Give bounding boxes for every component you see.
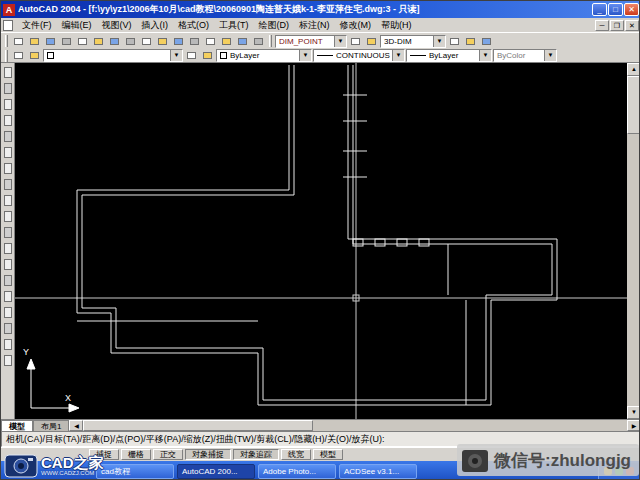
autocad-app-icon: A [3,4,15,16]
drawing-area[interactable]: Y X [15,63,627,419]
print-icon[interactable] [59,35,74,48]
toolbar-grip[interactable] [5,35,8,47]
spell-icon[interactable] [91,35,106,48]
status-toggle[interactable]: 对象捕捉 [185,449,231,460]
status-toggle[interactable]: 栅格 [121,449,151,460]
horizontal-scroll-thumb[interactable] [83,420,313,431]
rectangle-icon[interactable] [2,129,14,144]
redo-icon[interactable] [187,35,202,48]
menu-modify[interactable]: 修改(M) [335,18,377,33]
insert-block-icon[interactable] [2,241,14,256]
spline-icon[interactable] [2,193,14,208]
layer-dropdown[interactable]: ▼ [43,49,183,62]
zoom-window-icon[interactable] [235,35,250,48]
circle-icon[interactable] [2,161,14,176]
construction-line-icon[interactable] [2,81,14,96]
ellipse-arc-icon[interactable] [2,225,14,240]
menu-file[interactable]: 文件(F) [17,18,57,33]
zoom-realtime-icon[interactable] [219,35,234,48]
menu-draw[interactable]: 绘图(D) [254,18,295,33]
make-object-layer-icon[interactable] [184,49,199,62]
tab-model[interactable]: 模型 [1,420,33,431]
zoom-previous-icon[interactable] [251,35,266,48]
menu-tools[interactable]: 工具(T) [214,18,254,33]
taskbar-item[interactable]: ACDSee v3.1... [339,464,417,479]
undo-icon[interactable] [171,35,186,48]
chevron-down-icon[interactable]: ▼ [170,50,182,61]
make-block-icon[interactable] [2,257,14,272]
minimize-button[interactable]: _ [592,3,607,16]
paste-icon[interactable] [139,35,154,48]
horizontal-scrollbar[interactable]: ◀ ▶ [69,420,640,431]
new-icon[interactable] [11,35,26,48]
toolbar-grip[interactable] [5,50,8,62]
tab-layout1[interactable]: 布局1 [33,420,69,431]
taskbar-item[interactable]: Adobe Photo... [258,464,336,479]
taskbar-item[interactable]: AutoCAD 200... [177,464,255,479]
designcenter-icon[interactable] [463,35,478,48]
chevron-down-icon[interactable]: ▼ [433,36,445,47]
status-toggle[interactable]: 线宽 [281,449,311,460]
layer-previous-icon[interactable] [200,49,215,62]
ucs-y-label: Y [23,347,29,357]
chevron-down-icon[interactable]: ▼ [479,50,491,61]
chevron-down-icon[interactable]: ▼ [334,36,346,47]
help-icon[interactable] [479,35,494,48]
mdi-close-button[interactable]: ✕ [625,20,639,31]
layers-icon[interactable] [11,49,26,62]
arc-icon[interactable] [2,145,14,160]
scroll-down-icon[interactable]: ▼ [627,406,640,419]
maximize-button[interactable]: □ [608,3,623,16]
chevron-down-icon[interactable]: ▼ [392,50,404,61]
scroll-right-icon[interactable]: ▶ [627,420,640,431]
dimension-icon[interactable] [2,353,14,368]
copy-icon[interactable] [123,35,138,48]
close-button[interactable]: ✕ [624,3,639,16]
open-icon[interactable] [27,35,42,48]
cut-icon[interactable] [107,35,122,48]
taskbar-item[interactable]: cad教程 [96,464,174,479]
text-style-dropdown[interactable]: 3D-DIM ▼ [380,35,446,48]
point-icon[interactable] [2,273,14,288]
polyline-icon[interactable] [2,97,14,112]
line-icon[interactable] [2,65,14,80]
layer-properties-icon[interactable] [27,49,42,62]
mdi-minimize-button[interactable]: ─ [595,20,609,31]
status-toggle[interactable]: 正交 [153,449,183,460]
polygon-icon[interactable] [2,113,14,128]
mdi-restore-button[interactable]: ❐ [610,20,624,31]
hatch-icon[interactable] [2,289,14,304]
menu-insert[interactable]: 插入(I) [137,18,174,33]
scroll-left-icon[interactable]: ◀ [69,420,83,431]
status-toggle[interactable]: 对象追踪 [233,449,279,460]
save-icon[interactable] [43,35,58,48]
color-dropdown[interactable]: ByLayer ▼ [216,49,312,62]
plot-preview-icon[interactable] [75,35,90,48]
table-icon[interactable] [2,337,14,352]
revcloud-icon[interactable] [2,177,14,192]
properties-icon[interactable] [447,35,462,48]
toolbar-grip[interactable] [269,35,272,47]
dim-style-dropdown[interactable]: DIM_POINT ▼ [275,35,347,48]
menu-view[interactable]: 视图(V) [97,18,137,33]
ellipse-icon[interactable] [2,209,14,224]
chevron-down-icon[interactable]: ▼ [299,50,311,61]
region-icon[interactable] [2,305,14,320]
menu-format[interactable]: 格式(O) [173,18,214,33]
lineweight-dropdown[interactable]: ByLayer ▼ [406,49,492,62]
status-toggle[interactable]: 模型 [313,449,343,460]
text-style-icon[interactable] [364,35,379,48]
menu-dimension[interactable]: 标注(N) [294,18,335,33]
mtext-icon[interactable] [2,321,14,336]
match-properties-icon[interactable] [155,35,170,48]
vertical-scroll-thumb[interactable] [627,76,640,134]
menu-edit[interactable]: 编辑(E) [57,18,97,33]
chevron-down-icon[interactable]: ▼ [544,50,556,61]
dim-style-manager-icon[interactable] [348,35,363,48]
pan-realtime-icon[interactable] [203,35,218,48]
scroll-up-icon[interactable]: ▲ [627,63,640,76]
plotstyle-dropdown[interactable]: ByColor ▼ [493,49,557,62]
vertical-scrollbar[interactable]: ▲ ▼ [627,63,640,419]
menu-help[interactable]: 帮助(H) [376,18,417,33]
linetype-dropdown[interactable]: CONTINUOUS ▼ [313,49,405,62]
